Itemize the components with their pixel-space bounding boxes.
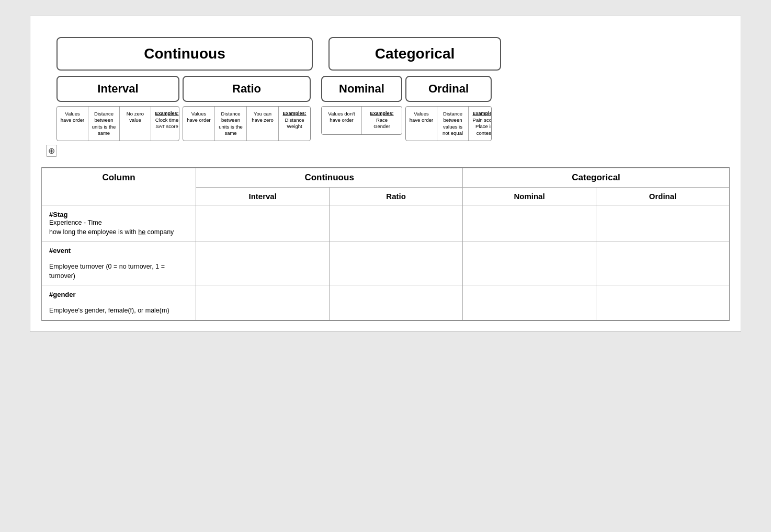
nominal-box: Nominal <box>321 76 402 102</box>
table-row: #Stag Experience - Time how long the emp… <box>42 205 730 241</box>
nominal-cell-1: Values don't have order <box>322 107 362 134</box>
row-2-interval <box>196 241 330 285</box>
row-3-desc: Employee's gender, female(f), or male(m) <box>49 307 169 314</box>
ratio-label: Ratio <box>232 82 261 95</box>
ratio-box: Ratio <box>183 76 311 102</box>
row-3-tag: #gender <box>49 291 188 298</box>
row-1-nominal <box>463 205 596 241</box>
row-3-ordinal <box>596 285 730 320</box>
continuous-label: Continuous <box>144 45 225 62</box>
row-1-desc: Experience - Time <box>49 219 102 226</box>
row-3-nominal <box>463 285 596 320</box>
row-2-tag: #event <box>49 247 188 255</box>
diagram-section: Continuous Categorical Interval Value <box>41 27 730 146</box>
ordinal-cell-3: Examples: Pain scorePlace in contest <box>469 107 492 141</box>
interval-cell-4: Examples: Clock timeSAT score <box>151 107 179 141</box>
ratio-cell-2: Distance between units is the same <box>215 107 247 141</box>
table-row: #event Employee turnover (0 = no turnove… <box>42 241 730 285</box>
ratio-cell-3: You can have zero <box>247 107 279 141</box>
row-1-tag: #Stag <box>49 211 188 218</box>
ordinal-subheader: Ordinal <box>596 188 730 205</box>
ordinal-cell-1: Values have order <box>406 107 437 141</box>
categorical-header: Categorical <box>463 168 730 188</box>
row-2-ordinal <box>596 241 730 285</box>
ratio-cell-4: Examples: DistanceWeight <box>279 107 310 141</box>
table-row: #gender Employee's gender, female(f), or… <box>42 285 730 320</box>
ordinal-cell-2: Distance between values is not equal <box>437 107 469 141</box>
interval-box: Interval <box>56 76 179 102</box>
nominal-detail-group: Values don't have order Examples: RaceGe… <box>321 106 402 135</box>
continuous-header: Continuous <box>196 168 463 188</box>
row-1-ordinal <box>596 205 730 241</box>
row-1-ratio <box>330 205 463 241</box>
interval-cell-1: Values have order <box>57 107 88 141</box>
categorical-label: Categorical <box>375 45 455 62</box>
classification-table: Column Continuous Categorical Interval R… <box>41 168 730 320</box>
row-1-column: #Stag Experience - Time how long the emp… <box>42 205 196 241</box>
interval-detail-group: Values have order Distance between units… <box>56 106 179 141</box>
ratio-subheader: Ratio <box>330 188 463 205</box>
ordinal-box: Ordinal <box>405 76 492 102</box>
row-1-desc2: how long the employee is with he company <box>49 228 174 236</box>
row-3-column: #gender Employee's gender, female(f), or… <box>42 285 196 320</box>
nominal-subheader: Nominal <box>463 188 596 205</box>
row-3-ratio <box>330 285 463 320</box>
main-container: Continuous Categorical Interval Value <box>30 16 741 332</box>
row-2-desc: Employee turnover (0 = no turnover, 1 = … <box>49 263 165 280</box>
categorical-header-box: Categorical <box>328 37 501 71</box>
nominal-cell-2: Examples: RaceGender <box>362 107 402 134</box>
row-1-interval <box>196 205 330 241</box>
nominal-label: Nominal <box>339 82 384 95</box>
row-3-interval <box>196 285 330 320</box>
column-header: Column <box>42 168 196 205</box>
row-2-column: #event Employee turnover (0 = no turnove… <box>42 241 196 285</box>
row-2-nominal <box>463 241 596 285</box>
interval-cell-2: Distance between units is the same <box>88 107 120 141</box>
row-2-ratio <box>330 241 463 285</box>
ratio-cell-1: Values have order <box>183 107 215 141</box>
ratio-detail-group: Values have order Distance between units… <box>183 106 311 141</box>
interval-label: Interval <box>97 82 138 95</box>
level1-row: Continuous Categorical <box>56 37 715 71</box>
ordinal-detail-group: Values have order Distance between value… <box>405 106 492 141</box>
continuous-header-box: Continuous <box>56 37 313 71</box>
interval-cell-3: No zero value <box>120 107 151 141</box>
resize-handle[interactable]: ⊕ <box>46 145 57 157</box>
ordinal-label: Ordinal <box>428 82 469 95</box>
interval-subheader: Interval <box>196 188 330 205</box>
table-section: Column Continuous Categorical Interval R… <box>41 167 730 321</box>
